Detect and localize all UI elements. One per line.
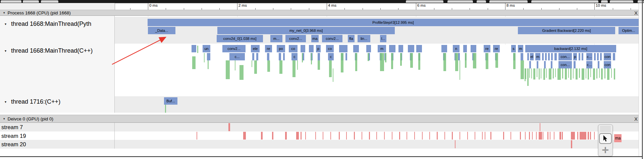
trace-event-bar[interactable]: re: [265, 45, 272, 52]
flow-tick[interactable]: [226, 60, 230, 79]
flow-tick[interactable]: [486, 53, 488, 69]
trace-event-bar[interactable]: [544, 61, 546, 68]
flow-tick[interactable]: [254, 60, 257, 74]
trace-event-bar[interactable]: [594, 53, 596, 60]
gpu-kernel-mark[interactable]: [301, 132, 302, 140]
trace-event-bar[interactable]: Gradient Backward[2.220 ms]: [518, 27, 615, 34]
gpu-kernel-mark[interactable]: [362, 132, 362, 140]
trace-event-bar[interactable]: [279, 53, 281, 60]
collapse-triangle-icon[interactable]: ▾: [5, 49, 6, 53]
trace-event-bar[interactable]: [339, 45, 347, 52]
trace-event-bar[interactable]: re: [484, 45, 490, 52]
select-tool-button[interactable]: [599, 133, 612, 144]
gpu-kernel-mark[interactable]: [399, 132, 400, 140]
flow-tick[interactable]: [391, 53, 393, 69]
stream-label-20[interactable]: stream 20: [1, 141, 26, 148]
flow-tick[interactable]: [555, 68, 556, 77]
gpu-kernel-mark[interactable]: [339, 132, 340, 140]
trace-event-bar[interactable]: c...: [229, 53, 245, 60]
gpu-kernel-mark[interactable]: [422, 132, 423, 140]
trace-event-bar[interactable]: [521, 53, 523, 60]
gpu-kernel-mark[interactable]: [467, 132, 468, 140]
flow-tick[interactable]: [204, 53, 205, 62]
gpu-kernel-mark[interactable]: [571, 140, 572, 148]
trace-event-bar[interactable]: con...: [558, 53, 572, 60]
gpu-kernel-mark[interactable]: [452, 132, 453, 140]
flow-tick[interactable]: [368, 53, 369, 61]
gpu-kernel-mark[interactable]: [511, 132, 511, 140]
flow-tick[interactable]: [292, 60, 296, 77]
trace-event-bar[interactable]: [545, 53, 547, 60]
trace-event-bar[interactable]: con: [604, 53, 611, 60]
trace-event-bar[interactable]: [267, 53, 269, 60]
flow-tick[interactable]: [521, 60, 524, 79]
flow-tick[interactable]: [527, 68, 529, 86]
device-header[interactable]: ▾ Deivce 0 (GPU) (pid 0): [0, 115, 639, 123]
flow-tick[interactable]: [573, 68, 574, 78]
trace-event-bar[interactable]: [283, 53, 285, 60]
gpu-kernel-mark[interactable]: [414, 132, 415, 140]
trace-event-bar[interactable]: [318, 53, 320, 60]
trace-event-bar[interactable]: p: [316, 45, 321, 52]
gpu-kernel-mark[interactable]: [369, 132, 370, 140]
trace-event-bar[interactable]: [597, 53, 599, 60]
trace-event-bar[interactable]: [256, 53, 258, 60]
trace-event-bar[interactable]: [527, 53, 529, 60]
collapse-triangle-icon[interactable]: ▾: [5, 100, 6, 104]
flow-tick[interactable]: [473, 53, 476, 68]
flow-tick[interactable]: [192, 56, 196, 69]
flow-tick[interactable]: [533, 68, 535, 80]
trace-event-bar[interactable]: [301, 45, 305, 52]
gpu-kernel-mark[interactable]: [559, 132, 561, 140]
trace-event-bar[interactable]: fla: [348, 35, 355, 42]
process-header[interactable]: ▾ Process 1668 (CPU) (pid 1668): [0, 10, 639, 16]
gpu-kernel-mark[interactable]: [429, 132, 430, 140]
flow-tick[interactable]: [311, 53, 312, 64]
trace-event-bar[interactable]: p: [573, 53, 577, 60]
flow-tick[interactable]: [333, 68, 333, 82]
trace-event-bar[interactable]: [574, 61, 576, 68]
trace-event-bar[interactable]: [192, 45, 196, 52]
trace-event-bar[interactable]: lin...: [358, 35, 370, 42]
gpu-kernel-mark[interactable]: [437, 132, 438, 140]
trace-event-bar[interactable]: [551, 53, 553, 60]
flow-tick[interactable]: [596, 68, 597, 78]
flow-tick[interactable]: [165, 105, 166, 113]
flow-tick[interactable]: [568, 68, 569, 78]
flow-tick[interactable]: [385, 53, 386, 62]
trace-event-bar[interactable]: [542, 53, 544, 60]
trace-event-bar[interactable]: con: [604, 61, 611, 68]
trace-event-bar[interactable]: my_net_0[3.968 ms]: [217, 27, 395, 34]
trace-event-bar[interactable]: n: [453, 45, 460, 52]
trace-event-bar[interactable]: [207, 53, 210, 60]
trace-event-bar[interactable]: conv2...: [322, 35, 342, 42]
gpu-kernel-mark[interactable]: [490, 132, 491, 140]
trace-event-bar[interactable]: con...: [558, 61, 572, 68]
trace-event-bar[interactable]: m: [378, 45, 386, 52]
flow-tick[interactable]: [341, 53, 343, 72]
gpu-kernel-mark[interactable]: [543, 132, 543, 140]
flow-tick[interactable]: [539, 68, 540, 80]
stream-label-7[interactable]: stream 7: [1, 124, 23, 130]
trace-event-bar[interactable]: [309, 45, 314, 52]
gpu-kernel-mark[interactable]: [577, 132, 578, 140]
trace-event-bar[interactable]: conv2d_0[1.038 ms]: [217, 35, 263, 42]
trace-event-bar[interactable]: [441, 45, 447, 52]
trace-event-bar[interactable]: Optim...: [619, 27, 639, 34]
gpu-kernel-mark[interactable]: [475, 132, 475, 140]
collapse-triangle-icon[interactable]: ▾: [3, 11, 5, 14]
flow-tick[interactable]: [455, 53, 458, 71]
gpu-kernel-mark[interactable]: [503, 132, 504, 140]
gpu-kernel-mark[interactable]: [296, 132, 299, 140]
tool-palette[interactable]: ✛: [598, 124, 613, 156]
gpu-kernel-mark[interactable]: [532, 132, 533, 140]
gpu-kernel-mark[interactable]: [539, 132, 542, 140]
flow-tick[interactable]: [582, 68, 584, 80]
trace-event-bar[interactable]: [458, 53, 460, 60]
flow-tick[interactable]: [543, 68, 545, 80]
flow-tick[interactable]: [553, 68, 554, 78]
gpu-kernel-mark[interactable]: [536, 132, 537, 140]
flow-tick[interactable]: [593, 68, 595, 80]
trace-event-bar[interactable]: [416, 45, 422, 52]
trace-event-bar[interactable]: [579, 53, 580, 60]
